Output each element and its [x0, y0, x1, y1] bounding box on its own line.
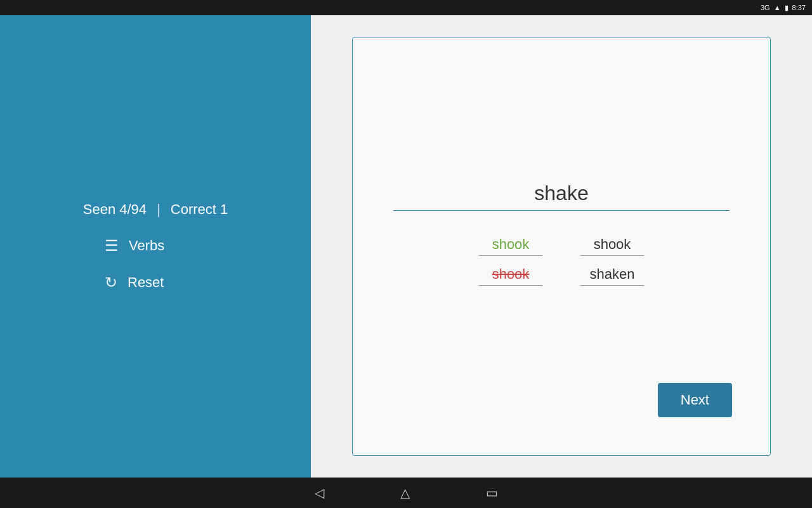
- answer-cell-1[interactable]: shook: [479, 236, 542, 256]
- signal-icon: 3G: [761, 4, 770, 11]
- list-icon: ☰: [105, 237, 119, 255]
- reset-menu-item[interactable]: ↻ Reset: [105, 274, 206, 291]
- correct-count: Correct 1: [171, 201, 228, 218]
- answer-text-1: shook: [492, 236, 530, 253]
- sidebar: Seen 4/94 | Correct 1 ☰ Verbs ↻ Reset: [0, 15, 311, 478]
- answers-grid: shook shook shook shaken: [479, 236, 644, 286]
- back-button[interactable]: ◁: [315, 485, 324, 500]
- reset-label: Reset: [128, 274, 164, 291]
- seen-count: Seen 4/94: [83, 201, 147, 218]
- reset-icon: ↻: [105, 274, 117, 291]
- answer-cell-3[interactable]: shook: [479, 266, 542, 286]
- right-panel: shake shook shook shook shaken Next: [311, 15, 812, 478]
- answer-text-3: shook: [492, 266, 530, 283]
- verb-prompt: shake: [534, 182, 588, 205]
- wifi-icon: ▲: [774, 4, 781, 11]
- stats-row: Seen 4/94 | Correct 1: [83, 201, 228, 218]
- main-content: Seen 4/94 | Correct 1 ☰ Verbs ↻ Reset sh…: [0, 15, 812, 478]
- answer-text-2: shook: [594, 236, 631, 253]
- battery-icon: ▮: [785, 4, 789, 12]
- answer-text-4: shaken: [590, 266, 635, 283]
- verb-underline: [393, 210, 730, 211]
- answer-cell-4[interactable]: shaken: [580, 266, 644, 286]
- nav-bar: ◁ △ ▭: [0, 478, 812, 508]
- quiz-card: shake shook shook shook shaken Next: [352, 37, 771, 456]
- verbs-label: Verbs: [129, 237, 164, 254]
- time-display: 8:37: [792, 4, 806, 11]
- home-button[interactable]: △: [400, 485, 410, 500]
- recents-button[interactable]: ▭: [486, 485, 498, 500]
- verbs-menu-item[interactable]: ☰ Verbs: [105, 237, 206, 255]
- next-button[interactable]: Next: [658, 383, 732, 417]
- answer-cell-2[interactable]: shook: [580, 236, 644, 256]
- stats-divider: |: [157, 201, 160, 218]
- status-bar: 3G ▲ ▮ 8:37: [0, 0, 812, 15]
